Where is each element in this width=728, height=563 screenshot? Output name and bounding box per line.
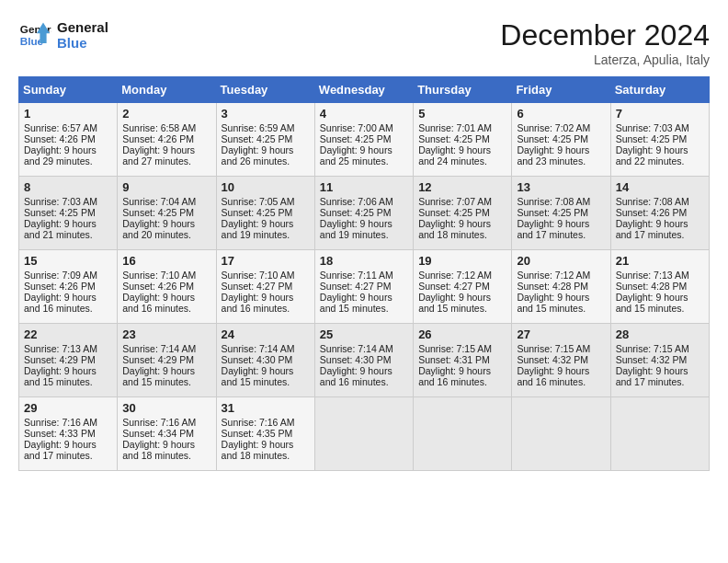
calendar-cell: 26 Sunrise: 7:15 AM Sunset: 4:31 PM Dayl… — [414, 324, 512, 397]
sunset-label: Sunset: 4:26 PM — [24, 133, 96, 144]
sunrise-label: Sunrise: 7:15 AM — [418, 343, 492, 354]
sunrise-label: Sunrise: 7:10 AM — [122, 270, 196, 281]
day-number: 3 — [222, 107, 310, 121]
calendar-header-row: SundayMondayTuesdayWednesdayThursdayFrid… — [19, 77, 710, 103]
day-number: 15 — [24, 254, 112, 268]
calendar-cell: 14 Sunrise: 7:08 AM Sunset: 4:26 PM Dayl… — [610, 177, 709, 250]
calendar-cell: 16 Sunrise: 7:10 AM Sunset: 4:26 PM Dayl… — [118, 250, 216, 324]
sunrise-label: Sunrise: 7:15 AM — [517, 343, 590, 354]
header-thursday: Thursday — [414, 77, 512, 103]
day-number: 18 — [320, 254, 408, 268]
sunset-label: Sunset: 4:26 PM — [122, 281, 194, 292]
daylight-label: Daylight: 9 hours and 16 minutes. — [122, 292, 195, 314]
logo: General Blue General Blue — [18, 18, 108, 52]
sunrise-label: Sunrise: 7:09 AM — [24, 270, 97, 281]
day-number: 10 — [222, 180, 310, 194]
calendar-cell: 30 Sunrise: 7:16 AM Sunset: 4:34 PM Dayl… — [118, 397, 216, 471]
sunrise-label: Sunrise: 7:13 AM — [616, 270, 689, 281]
logo-icon: General Blue — [18, 18, 51, 52]
daylight-label: Daylight: 9 hours and 16 minutes. — [418, 365, 491, 387]
sunrise-label: Sunrise: 7:04 AM — [122, 196, 196, 207]
sunrise-label: Sunrise: 7:03 AM — [24, 196, 97, 207]
daylight-label: Daylight: 9 hours and 16 minutes. — [24, 292, 97, 314]
day-number: 14 — [616, 180, 704, 194]
sunrise-label: Sunrise: 7:03 AM — [616, 122, 689, 133]
calendar-cell: 24 Sunrise: 7:14 AM Sunset: 4:30 PM Dayl… — [216, 324, 314, 397]
daylight-label: Daylight: 9 hours and 25 minutes. — [320, 144, 392, 167]
sunset-label: Sunset: 4:25 PM — [418, 207, 490, 218]
sunrise-label: Sunrise: 7:12 AM — [517, 270, 590, 281]
sunset-label: Sunset: 4:32 PM — [616, 354, 688, 365]
sunrise-label: Sunrise: 7:07 AM — [418, 196, 492, 207]
daylight-label: Daylight: 9 hours and 29 minutes. — [24, 144, 97, 167]
calendar-week-2: 8 Sunrise: 7:03 AM Sunset: 4:25 PM Dayli… — [19, 177, 710, 250]
daylight-label: Daylight: 9 hours and 23 minutes. — [517, 144, 589, 167]
header-saturday: Saturday — [610, 77, 709, 103]
daylight-label: Daylight: 9 hours and 15 minutes. — [122, 365, 195, 387]
sunset-label: Sunset: 4:28 PM — [517, 281, 588, 292]
calendar-cell: 6 Sunrise: 7:02 AM Sunset: 4:25 PM Dayli… — [512, 103, 610, 177]
day-number: 20 — [517, 254, 605, 268]
sunrise-label: Sunrise: 7:00 AM — [320, 122, 393, 133]
sunset-label: Sunset: 4:32 PM — [517, 354, 588, 365]
day-number: 26 — [418, 327, 506, 341]
calendar-cell: 31 Sunrise: 7:16 AM Sunset: 4:35 PM Dayl… — [216, 397, 314, 471]
sunset-label: Sunset: 4:35 PM — [222, 428, 293, 439]
sunset-label: Sunset: 4:29 PM — [24, 354, 96, 365]
calendar-cell: 15 Sunrise: 7:09 AM Sunset: 4:26 PM Dayl… — [19, 250, 118, 324]
sunrise-label: Sunrise: 6:59 AM — [222, 122, 295, 133]
logo-blue: Blue — [57, 35, 108, 51]
sunset-label: Sunset: 4:27 PM — [222, 281, 293, 292]
calendar-cell — [414, 397, 512, 471]
daylight-label: Daylight: 9 hours and 27 minutes. — [122, 144, 195, 167]
day-number: 31 — [222, 401, 310, 415]
day-number: 29 — [24, 401, 112, 415]
sunrise-label: Sunrise: 7:10 AM — [222, 270, 295, 281]
month-title: December 2024 — [500, 18, 710, 52]
title-block: December 2024 Laterza, Apulia, Italy — [500, 18, 710, 67]
calendar-cell: 28 Sunrise: 7:15 AM Sunset: 4:32 PM Dayl… — [610, 324, 709, 397]
sunset-label: Sunset: 4:30 PM — [222, 354, 293, 365]
daylight-label: Daylight: 9 hours and 16 minutes. — [517, 365, 589, 387]
calendar-week-5: 29 Sunrise: 7:16 AM Sunset: 4:33 PM Dayl… — [19, 397, 710, 471]
calendar-cell: 17 Sunrise: 7:10 AM Sunset: 4:27 PM Dayl… — [216, 250, 314, 324]
day-number: 16 — [122, 254, 210, 268]
calendar-cell: 21 Sunrise: 7:13 AM Sunset: 4:28 PM Dayl… — [610, 250, 709, 324]
header-tuesday: Tuesday — [216, 77, 314, 103]
daylight-label: Daylight: 9 hours and 16 minutes. — [320, 365, 392, 387]
sunrise-label: Sunrise: 7:08 AM — [517, 196, 590, 207]
day-number: 6 — [517, 107, 605, 121]
calendar-week-4: 22 Sunrise: 7:13 AM Sunset: 4:29 PM Dayl… — [19, 324, 710, 397]
header-monday: Monday — [118, 77, 216, 103]
sunset-label: Sunset: 4:28 PM — [616, 281, 688, 292]
sunset-label: Sunset: 4:25 PM — [222, 207, 293, 218]
day-number: 11 — [320, 180, 408, 194]
day-number: 23 — [122, 327, 210, 341]
calendar-cell — [610, 397, 709, 471]
daylight-label: Daylight: 9 hours and 17 minutes. — [517, 218, 589, 240]
calendar-cell: 2 Sunrise: 6:58 AM Sunset: 4:26 PM Dayli… — [118, 103, 216, 177]
daylight-label: Daylight: 9 hours and 15 minutes. — [222, 365, 294, 387]
daylight-label: Daylight: 9 hours and 21 minutes. — [24, 218, 97, 240]
sunset-label: Sunset: 4:30 PM — [320, 354, 392, 365]
sunset-label: Sunset: 4:25 PM — [320, 133, 392, 144]
daylight-label: Daylight: 9 hours and 15 minutes. — [418, 292, 491, 314]
calendar-cell: 10 Sunrise: 7:05 AM Sunset: 4:25 PM Dayl… — [216, 177, 314, 250]
day-number: 2 — [122, 107, 210, 121]
sunrise-label: Sunrise: 7:02 AM — [517, 122, 590, 133]
calendar-cell: 7 Sunrise: 7:03 AM Sunset: 4:25 PM Dayli… — [610, 103, 709, 177]
daylight-label: Daylight: 9 hours and 15 minutes. — [24, 365, 97, 387]
calendar-cell: 8 Sunrise: 7:03 AM Sunset: 4:25 PM Dayli… — [19, 177, 118, 250]
sunset-label: Sunset: 4:34 PM — [122, 428, 194, 439]
day-number: 25 — [320, 327, 408, 341]
sunrise-label: Sunrise: 7:14 AM — [222, 343, 295, 354]
daylight-label: Daylight: 9 hours and 19 minutes. — [320, 218, 392, 240]
sunrise-label: Sunrise: 7:13 AM — [24, 343, 97, 354]
day-number: 22 — [24, 327, 112, 341]
sunrise-label: Sunrise: 7:11 AM — [320, 270, 393, 281]
calendar-cell: 29 Sunrise: 7:16 AM Sunset: 4:33 PM Dayl… — [19, 397, 118, 471]
page-header: General Blue General Blue December 2024 … — [18, 18, 710, 67]
calendar-cell: 23 Sunrise: 7:14 AM Sunset: 4:29 PM Dayl… — [118, 324, 216, 397]
day-number: 17 — [222, 254, 310, 268]
day-number: 4 — [320, 107, 408, 121]
